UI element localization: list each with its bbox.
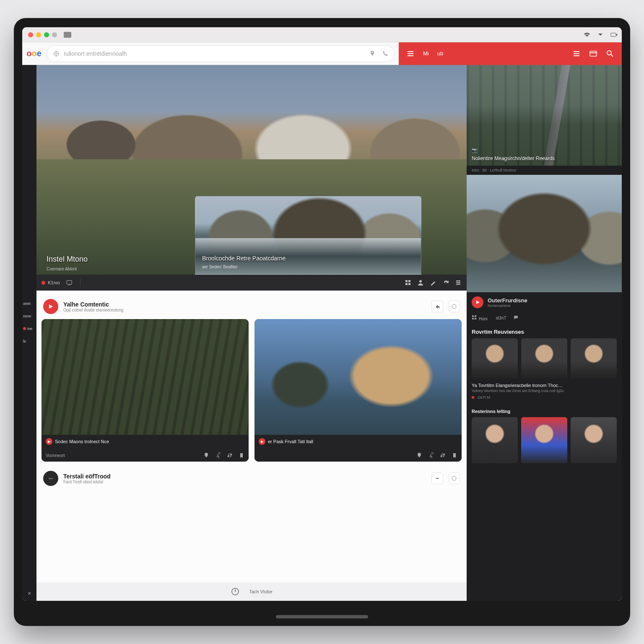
topbar-label-2[interactable]: ub xyxy=(437,50,443,57)
card1-title: Sodec Maons trolnect Nce xyxy=(55,439,109,444)
sidebar-item-0[interactable]: anet xyxy=(22,300,36,307)
svg-rect-22 xyxy=(475,318,476,319)
sidebar-item-3[interactable]: le xyxy=(22,338,36,345)
toolbar-record[interactable]: K1rvo xyxy=(42,280,60,285)
card-bike[interactable]: ▶Sodec Maons trolnect Nce Voonneort xyxy=(42,319,249,462)
url-input[interactable]: Iullonort entretdiennoalh xyxy=(47,45,395,62)
thumb1-meta: Intro · Bit · Lerfnull Mortnor xyxy=(467,166,622,175)
tab-home[interactable]: Honi xyxy=(472,315,488,321)
sidebar-item-1[interactable]: neve xyxy=(22,312,36,320)
tab-comments[interactable] xyxy=(513,315,520,321)
channel-avatar-icon xyxy=(472,296,483,308)
dock-label: Tach Vtobe xyxy=(249,589,272,594)
channel-sub: Noneroariene xyxy=(488,304,527,308)
review-meta: OeTt M xyxy=(467,395,622,404)
more-icon[interactable] xyxy=(448,301,460,312)
svg-rect-8 xyxy=(408,280,410,282)
face-thumb[interactable] xyxy=(521,338,567,379)
topbar-right xyxy=(565,49,622,58)
svg-point-13 xyxy=(459,282,460,283)
hero-title: Instel Mtono xyxy=(47,255,88,264)
app-topbar: Mi ub xyxy=(399,42,622,65)
hero-card-title: Broolcochde Retre Paoatcdarne xyxy=(202,255,286,262)
card2-title: er Pask Frvalt Tatl Itall xyxy=(268,439,313,444)
main-column: Instel Mtono Coernare Ablont Broolcochde… xyxy=(36,65,467,601)
svg-rect-10 xyxy=(408,283,410,285)
dock: Tach Vtobe xyxy=(36,582,467,601)
topbar-label-1[interactable]: Mi xyxy=(423,50,429,57)
post1-sub: Opjl cobiel liostle elanieereolong xyxy=(63,308,123,312)
maximize-window-icon[interactable] xyxy=(44,32,49,37)
post2-title[interactable]: Terstali eöfTrood xyxy=(63,473,111,480)
levels-icon[interactable] xyxy=(455,279,462,286)
close-window-icon[interactable] xyxy=(28,32,33,37)
menu-icon[interactable] xyxy=(406,49,415,58)
traffic-lights xyxy=(28,32,57,37)
video-thumb-1[interactable]: 📷 Nolientire Meagsirchn/delter Reeards xyxy=(467,65,622,166)
hero-card-sub: ser Seden' Beafiter xyxy=(202,265,238,269)
pin-icon[interactable] xyxy=(416,452,422,458)
face-thumb[interactable] xyxy=(571,417,617,463)
avatar[interactable]: ⋯ xyxy=(43,471,58,486)
post-header-2: ⋯ Terstali eöfTrood Fant Tirell obixt le… xyxy=(42,467,462,489)
channel-row[interactable]: OuterFrurdisne Noneroariene xyxy=(467,292,622,312)
share-icon[interactable] xyxy=(215,452,221,458)
share-icon[interactable] xyxy=(431,301,443,312)
card-icon[interactable] xyxy=(589,49,597,58)
browser-logo-icon[interactable]: ooe xyxy=(26,45,42,62)
topbar-left: Mi ub xyxy=(399,49,451,58)
bookmark-icon[interactable] xyxy=(239,452,244,458)
svg-rect-1 xyxy=(616,34,617,36)
search-icon[interactable] xyxy=(606,49,614,58)
svg-point-15 xyxy=(452,304,456,309)
tab-live[interactable]: st3nT xyxy=(494,316,506,320)
loop-icon[interactable] xyxy=(227,452,233,458)
hero-featured-card[interactable]: Broolcochde Retre Paoatcdarne ser Seden'… xyxy=(195,196,421,275)
phone-icon[interactable] xyxy=(382,50,388,57)
face-thumb[interactable] xyxy=(571,338,617,379)
laptop-frame: ooe Iullonort entretdiennoalh Mi ub xyxy=(14,18,630,626)
share-icon[interactable] xyxy=(428,452,434,458)
video-thumb-2[interactable] xyxy=(467,175,622,292)
globe-icon xyxy=(53,50,60,57)
menu2-icon[interactable] xyxy=(572,49,581,58)
grid-icon[interactable] xyxy=(405,279,411,286)
battery-icon xyxy=(610,31,618,39)
wifi-icon xyxy=(583,31,591,39)
tab-icon[interactable] xyxy=(64,32,71,38)
sidebar-close-icon[interactable]: × xyxy=(22,590,36,597)
svg-rect-16 xyxy=(436,478,439,479)
svg-point-17 xyxy=(452,476,456,480)
thumb1-title: Nolientire Meagsirchn/delter Reeards xyxy=(472,156,555,161)
face-thumb[interactable] xyxy=(521,417,567,463)
sidebar: anet neve ine le × xyxy=(22,65,36,601)
review-item[interactable]: Ya Tovrtitm Elangsrieracbelie tronom Tho… xyxy=(467,379,622,395)
dropdown-icon[interactable] xyxy=(597,31,604,39)
toolbar-tv[interactable] xyxy=(66,279,73,286)
card-lake[interactable]: ▶er Pask Frvalt Tatl Itall xyxy=(254,319,462,462)
person-icon[interactable] xyxy=(417,279,424,286)
avatar[interactable] xyxy=(43,299,58,314)
bookmark-icon[interactable] xyxy=(452,452,457,458)
power-icon[interactable] xyxy=(231,587,240,596)
sidebar-item-2[interactable]: ine xyxy=(22,325,36,332)
minimize-window-icon[interactable] xyxy=(36,32,41,37)
edit-icon[interactable] xyxy=(430,279,436,286)
face-thumb[interactable] xyxy=(472,338,518,379)
loop-icon[interactable] xyxy=(440,452,446,458)
address-bar-row: ooe Iullonort entretdiennoalh Mi ub xyxy=(22,42,622,65)
feed: Yalhe Comtentic Opjl cobiel liostle elan… xyxy=(36,291,467,582)
svg-point-11 xyxy=(419,280,422,283)
svg-point-5 xyxy=(607,51,611,55)
post2-sub: Fant Tirell obixt lekilsl xyxy=(63,480,111,484)
svg-rect-20 xyxy=(475,315,476,317)
post1-title[interactable]: Yalhe Comtentic xyxy=(63,301,123,308)
more-icon[interactable] xyxy=(448,473,460,484)
pin-icon[interactable] xyxy=(203,452,209,458)
redo-icon[interactable] xyxy=(442,279,449,286)
pin-icon[interactable] xyxy=(369,50,376,57)
hero-subtitle: Coernare Ablont xyxy=(47,267,77,271)
collapse-icon[interactable] xyxy=(431,473,443,484)
tv-icon xyxy=(66,279,73,286)
face-thumb[interactable] xyxy=(472,417,518,463)
